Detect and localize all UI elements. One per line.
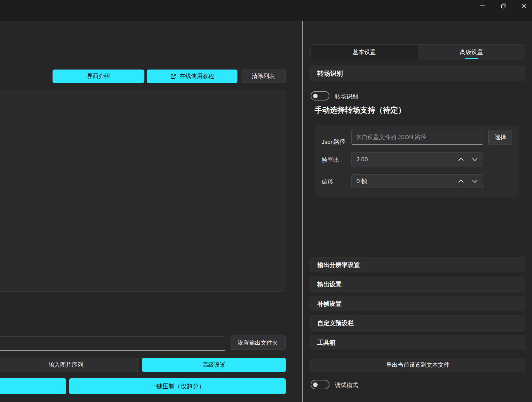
close-button[interactable] bbox=[515, 1, 532, 11]
offset-spinner[interactable]: 0 帧 bbox=[351, 174, 483, 188]
output-path-input[interactable] bbox=[0, 336, 226, 351]
app-window: 界面介绍 在线使用教程 清除列表 设置输出文件夹 输入图片序列 高级设置 一键压… bbox=[0, 0, 532, 402]
json-path-input[interactable] bbox=[351, 130, 483, 145]
close-icon bbox=[522, 4, 526, 8]
clear-list-button[interactable]: 清除列表 bbox=[241, 70, 286, 83]
chevron-down-icon bbox=[472, 156, 478, 163]
input-image-sequence-button[interactable]: 输入图片序列 bbox=[0, 358, 139, 372]
offset-decrease-button[interactable] bbox=[472, 178, 478, 185]
tab-basic-settings[interactable]: 基本设置 bbox=[311, 45, 418, 60]
section-header-transition-detect-label: 转场识别 bbox=[317, 69, 343, 78]
manual-transition-group: Json路径 选择 帧率比 2.00 偏移 bbox=[315, 125, 519, 197]
offset-value: 0 帧 bbox=[356, 177, 367, 185]
section-header-output-resolution-label: 输出分辨率设置 bbox=[317, 261, 360, 269]
advanced-settings-button[interactable]: 高级设置 bbox=[142, 358, 286, 372]
json-path-label: Json路径 bbox=[322, 138, 345, 146]
transition-detect-toggle-label: 转场识别 bbox=[335, 93, 358, 101]
debug-mode-toggle[interactable] bbox=[311, 380, 329, 389]
section-header-interpolation-settings-label: 补帧设置 bbox=[317, 300, 342, 308]
export-settings-button[interactable]: 导出当前设置到文本文件 bbox=[310, 358, 525, 372]
chevron-up-icon bbox=[458, 156, 464, 163]
fps-ratio-label: 帧率比 bbox=[322, 156, 339, 164]
minimize-icon bbox=[480, 3, 485, 8]
pane-divider bbox=[302, 21, 303, 402]
online-tutorial-button[interactable]: 在线使用教程 bbox=[147, 70, 237, 83]
fps-ratio-value: 2.00 bbox=[356, 156, 368, 163]
set-output-folder-button[interactable]: 设置输出文件夹 bbox=[230, 336, 286, 350]
export-settings-label: 导出当前设置到文本文件 bbox=[386, 361, 450, 369]
json-path-choose-label: 选择 bbox=[495, 133, 506, 141]
tab-advanced-settings-label: 高级设置 bbox=[460, 48, 483, 56]
toggle-knob bbox=[313, 382, 318, 387]
fps-ratio-increase-button[interactable] bbox=[458, 156, 464, 163]
chevron-up-icon bbox=[458, 178, 464, 185]
json-path-choose-button[interactable]: 选择 bbox=[488, 130, 512, 145]
tab-basic-settings-label: 基本设置 bbox=[353, 48, 376, 56]
one-click-encode-button[interactable]: 一键压制（仅超分） bbox=[69, 378, 286, 394]
section-header-output-settings-label: 输出设置 bbox=[317, 280, 342, 288]
settings-tabbar: 基本设置 高级设置 bbox=[310, 44, 525, 60]
restore-icon bbox=[501, 3, 506, 9]
input-image-sequence-label: 输入图片序列 bbox=[49, 361, 83, 369]
online-tutorial-label: 在线使用教程 bbox=[179, 72, 214, 80]
clear-list-label: 清除列表 bbox=[252, 72, 275, 80]
fps-ratio-decrease-button[interactable] bbox=[472, 156, 478, 163]
section-header-output-settings[interactable]: 输出设置 bbox=[310, 277, 525, 292]
task-list-panel[interactable] bbox=[0, 90, 286, 292]
manual-transition-heading: 手动选择转场支持（待定） bbox=[315, 105, 406, 115]
external-link-icon bbox=[170, 73, 176, 80]
section-header-toolbox-label: 工具箱 bbox=[317, 339, 336, 347]
one-click-encode-label: 一键压制（仅超分） bbox=[150, 382, 205, 390]
set-output-folder-label: 设置输出文件夹 bbox=[238, 339, 278, 347]
debug-mode-toggle-label: 调试模式 bbox=[335, 381, 358, 389]
section-header-custom-presets[interactable]: 自定义预设栏 bbox=[310, 315, 525, 331]
section-header-toolbox[interactable]: 工具箱 bbox=[310, 335, 525, 350]
title-bar bbox=[0, 0, 532, 21]
active-tab-indicator bbox=[465, 58, 478, 59]
tab-advanced-settings[interactable]: 高级设置 bbox=[418, 45, 525, 60]
offset-label: 偏移 bbox=[322, 178, 333, 186]
transition-detect-toggle[interactable] bbox=[311, 91, 329, 101]
ui-intro-button[interactable]: 界面介绍 bbox=[53, 70, 144, 83]
restore-button[interactable] bbox=[495, 1, 512, 11]
section-header-custom-presets-label: 自定义预设栏 bbox=[317, 319, 354, 327]
minimize-button[interactable] bbox=[474, 1, 491, 11]
offset-increase-button[interactable] bbox=[458, 178, 464, 185]
section-header-interpolation-settings[interactable]: 补帧设置 bbox=[310, 296, 525, 311]
left-partial-action-button[interactable] bbox=[0, 378, 66, 394]
chevron-down-icon bbox=[472, 178, 478, 185]
fps-ratio-spinner[interactable]: 2.00 bbox=[351, 152, 483, 166]
section-header-output-resolution[interactable]: 输出分辨率设置 bbox=[310, 257, 525, 272]
advanced-settings-button-label: 高级设置 bbox=[203, 361, 226, 369]
ui-intro-label: 界面介绍 bbox=[87, 72, 110, 80]
toggle-knob bbox=[313, 94, 318, 98]
section-header-transition-detect[interactable]: 转场识别 bbox=[310, 66, 525, 81]
